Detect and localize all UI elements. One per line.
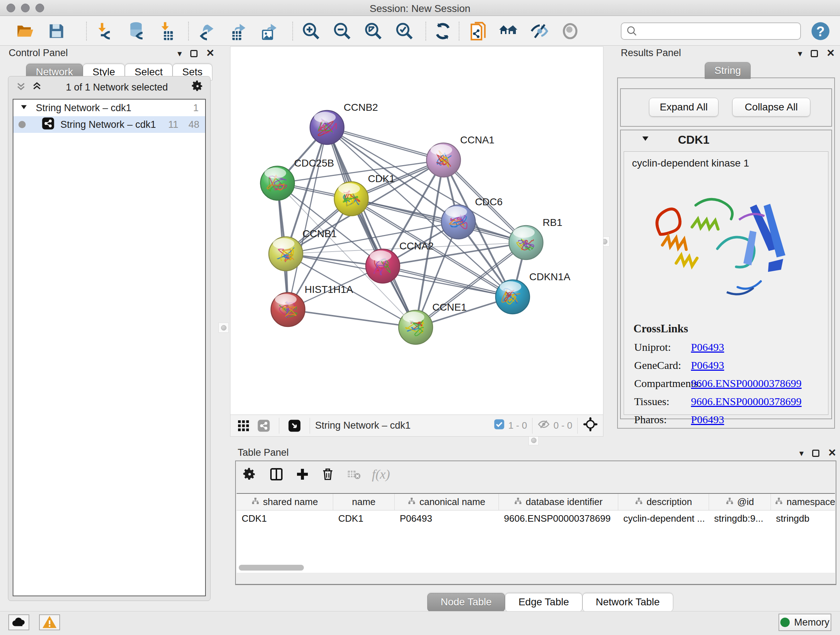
table-cell: CDK1 xyxy=(333,510,395,526)
import-database-icon[interactable] xyxy=(126,21,146,41)
toolbar-separator xyxy=(425,22,426,41)
crosslink-link[interactable]: P06493 xyxy=(691,413,724,426)
memory-button[interactable]: Memory xyxy=(778,614,831,631)
panel-float-icon[interactable] xyxy=(190,50,197,57)
crosslink-link[interactable]: 9606.ENSP00000378699 xyxy=(691,395,802,408)
selected-count: 1 - 0 xyxy=(508,420,527,431)
node-table[interactable]: shared namenamecanonical namedatabase id… xyxy=(237,493,835,573)
crosslink-row: Uniprot:P06493 xyxy=(624,341,828,353)
zoom-selected-icon[interactable] xyxy=(394,21,415,41)
results-panel-title: Results Panel xyxy=(621,48,681,59)
node-label-CCNB2: CCNB2 xyxy=(344,102,378,113)
left-splitter-handle[interactable] xyxy=(218,323,229,333)
network-row[interactable]: String Network – cdk1 11 48 xyxy=(13,116,205,133)
expand-all-button[interactable]: Expand All xyxy=(649,98,718,117)
network-view-icon[interactable] xyxy=(254,417,274,435)
network-view[interactable]: CCNB2CCNA1CDC25BCDK1CDC6RB1CCNB1CCNA2CDK… xyxy=(230,46,603,437)
table-row[interactable]: CDK1CDK1P064939606.ENSP00000378699cyclin… xyxy=(237,510,835,526)
column-header[interactable]: canonical name xyxy=(395,494,499,510)
crosslink-link[interactable]: 9606.ENSP00000378699 xyxy=(691,377,802,390)
network-view-toolbar: String Network – cdk1 1 - 0 0 - 0 xyxy=(231,415,603,436)
warning-button[interactable] xyxy=(39,614,60,630)
collapse-all-networks-icon[interactable] xyxy=(16,81,27,94)
crosslink-label: GeneCard: xyxy=(624,359,691,371)
gear-icon[interactable] xyxy=(191,80,204,95)
node-label-CCNA1: CCNA1 xyxy=(460,134,494,146)
birds-eye-view-icon[interactable] xyxy=(284,417,305,435)
export-table-icon[interactable] xyxy=(228,21,248,41)
zoom-out-icon[interactable] xyxy=(332,21,352,41)
column-header[interactable]: name xyxy=(333,494,395,510)
table-gear-icon[interactable] xyxy=(240,465,260,483)
select-columns-icon[interactable] xyxy=(266,465,286,483)
selected-checkbox-icon[interactable] xyxy=(494,419,505,432)
import-table-icon[interactable] xyxy=(157,21,177,41)
string-import-icon[interactable] xyxy=(469,21,489,41)
crosslink-label: Compartments: xyxy=(624,377,691,390)
panel-close-icon[interactable]: ✕ xyxy=(827,47,835,59)
cloud-button[interactable] xyxy=(8,614,29,630)
home-icon[interactable] xyxy=(499,21,519,41)
hide-panel-eye-icon[interactable] xyxy=(530,21,550,41)
delete-column-icon[interactable] xyxy=(317,465,338,483)
crosslink-row: GeneCard:P06493 xyxy=(624,359,828,371)
network-canvas[interactable]: CCNB2CCNA1CDC25BCDK1CDC6RB1CCNB1CCNA2CDK… xyxy=(231,47,604,415)
network-node-CCNA2 xyxy=(366,249,400,283)
zoom-in-icon[interactable] xyxy=(301,21,321,41)
expand-all-networks-icon[interactable] xyxy=(32,81,42,94)
tab-node-table[interactable]: Node Table xyxy=(427,593,505,612)
tab-network-table[interactable]: Network Table xyxy=(583,593,673,612)
hidden-eye-icon[interactable] xyxy=(538,418,550,433)
grid-view-icon[interactable] xyxy=(233,417,254,435)
search-input[interactable] xyxy=(638,26,800,37)
column-header[interactable]: shared name xyxy=(237,494,333,510)
column-header[interactable]: database identifier xyxy=(499,494,618,510)
protein-description: cyclin-dependent kinase 1 xyxy=(624,152,828,169)
panel-menu-icon[interactable]: ▾ xyxy=(177,49,182,59)
column-header[interactable]: description xyxy=(618,494,709,510)
zoom-fit-icon[interactable] xyxy=(363,21,384,41)
help-icon[interactable]: ? xyxy=(810,21,831,41)
refresh-icon[interactable] xyxy=(433,21,453,41)
panel-close-icon[interactable]: ✕ xyxy=(206,47,215,59)
search-field[interactable] xyxy=(621,22,801,40)
crosslink-link[interactable]: P06493 xyxy=(691,359,724,371)
network-selection-status: 1 of 1 Network selected xyxy=(42,82,191,93)
column-sort-icon xyxy=(726,496,734,508)
crosslink-row: Pharos:P06493 xyxy=(624,413,828,426)
tree-expand-icon[interactable] xyxy=(20,103,28,114)
panel-menu-icon[interactable]: ▾ xyxy=(798,49,802,59)
panel-menu-icon[interactable]: ▾ xyxy=(799,448,804,458)
tab-string[interactable]: String xyxy=(705,62,751,79)
network-node-HIST1H1A xyxy=(271,293,305,326)
horizontal-scrollbar[interactable] xyxy=(239,565,304,570)
open-session-icon[interactable] xyxy=(15,21,35,41)
bottom-splitter-handle[interactable] xyxy=(529,435,538,445)
import-network-icon[interactable] xyxy=(95,21,115,41)
add-column-icon[interactable] xyxy=(292,465,313,483)
network-collection-row[interactable]: String Network – cdk1 1 xyxy=(13,100,205,116)
panel-float-icon[interactable] xyxy=(812,450,819,457)
export-network-icon[interactable] xyxy=(197,21,217,41)
column-header[interactable]: namespace xyxy=(771,494,835,510)
save-session-icon[interactable] xyxy=(46,21,66,41)
tab-edge-table[interactable]: Edge Table xyxy=(505,593,583,612)
crosslink-link[interactable]: P06493 xyxy=(691,341,724,353)
network-node-CCNB1 xyxy=(269,237,303,271)
panel-float-icon[interactable] xyxy=(811,50,818,57)
clear-table-icon xyxy=(344,465,364,483)
node-label-CCNE1: CCNE1 xyxy=(432,302,467,313)
main-toolbar: ? xyxy=(0,16,840,46)
control-panel: Control Panel ▾ ✕ NetworkStyleSelectSets… xyxy=(4,47,215,602)
network-tree: String Network – cdk1 1 String Network –… xyxy=(13,99,206,596)
table-cell: 9606.ENSP00000378699 xyxy=(499,510,618,526)
network-edge xyxy=(327,128,443,161)
fit-crosshair-icon[interactable] xyxy=(583,417,598,434)
panel-close-icon[interactable]: ✕ xyxy=(828,447,836,459)
collapse-section-icon[interactable] xyxy=(641,134,650,146)
table-header-row: shared namenamecanonical namedatabase id… xyxy=(237,494,835,510)
collapse-all-button[interactable]: Collapse All xyxy=(732,98,810,117)
table-cell: cyclin-dependent ... xyxy=(618,510,709,526)
export-image-icon[interactable] xyxy=(259,21,279,41)
column-header[interactable]: @id xyxy=(709,494,771,510)
